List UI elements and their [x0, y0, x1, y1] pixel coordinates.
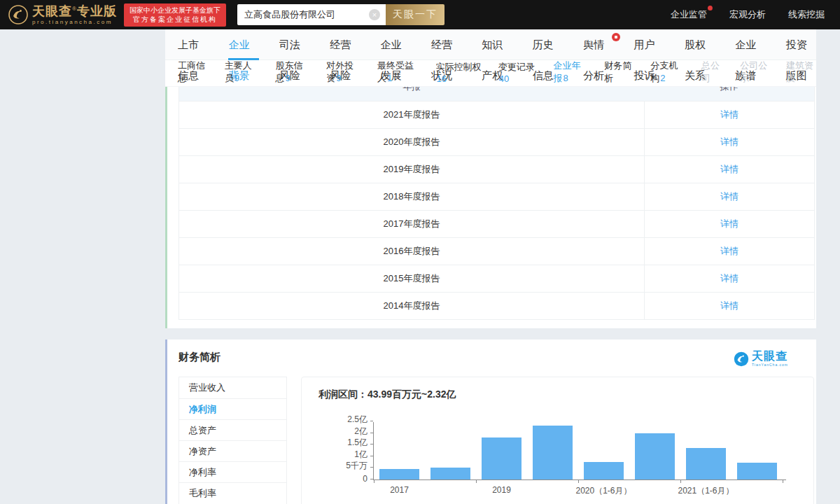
subnav-construction-qualification: 建筑资质 — [786, 55, 816, 91]
y-axis-tick — [370, 433, 373, 433]
header-nav: 企业监管 宏观分析 线索挖掘 — [671, 8, 825, 21]
menu-net-profit[interactable]: 净利润 — [179, 398, 286, 419]
chart-bar — [686, 448, 726, 479]
profit-chart-plot: 201720192020（1-6月）2021（1-6月）05千万1亿1.5亿2亿… — [373, 422, 786, 480]
chart-bar — [379, 469, 419, 479]
profit-chart-card: 利润区间：43.99百万元~2.32亿 201720192020（1-6月）20… — [301, 377, 814, 504]
table-row: 2015年度报告 详情 — [179, 265, 814, 292]
report-title: 2014年度报告 — [179, 300, 644, 312]
nav-lead-mining[interactable]: 线索挖掘 — [788, 8, 825, 21]
subnav-branches[interactable]: 分支机构2 — [650, 55, 685, 91]
menu-net-margin[interactable]: 净利率 — [179, 461, 286, 482]
notification-dot-icon — [708, 6, 713, 10]
y-axis-label: 2.5亿 — [347, 414, 368, 426]
financial-analysis-section: 财务简析 天眼查 TianYanCha.com 营业收入 净利润 总资产 净资产 — [165, 340, 816, 504]
x-axis-label: 2019 — [492, 485, 511, 495]
search-input[interactable] — [237, 4, 386, 25]
chart-bar — [635, 433, 675, 479]
subnav-annual-reports[interactable]: 企业年报8 — [554, 55, 589, 91]
subnav-company-announcements: 公司公示 — [740, 55, 770, 91]
menu-revenue[interactable]: 营业收入 — [179, 377, 286, 398]
subnav-business-info[interactable]: 工商信息 — [178, 55, 209, 91]
detail-link[interactable]: 详情 — [720, 273, 738, 284]
gov-badge-line1: 国家中小企业发展子基金旗下 — [130, 6, 220, 15]
x-axis-tick — [476, 479, 477, 483]
table-row: 2021年度报告 详情 — [179, 101, 814, 128]
annual-report-table: 年报 操作 2021年度报告 详情 2020年度报告 详情 2019年度报告 详… — [178, 87, 815, 320]
column-header-action: 操作 — [644, 87, 814, 93]
y-axis-label: 0 — [363, 474, 368, 484]
finance-metric-menu: 营业收入 净利润 总资产 净资产 净利率 毛利率 — [178, 377, 287, 504]
y-axis-label: 5千万 — [346, 460, 368, 472]
y-axis-tick — [370, 467, 373, 468]
tab-operating-status[interactable]: 经营状况 — [431, 29, 461, 60]
y-axis-tick — [370, 456, 373, 456]
menu-total-assets[interactable]: 总资产 — [179, 419, 286, 440]
x-axis-tick — [374, 479, 374, 483]
table-row: 2014年度报告 详情 — [179, 292, 814, 319]
subnav-change-records[interactable]: 变更记录40 — [498, 57, 538, 90]
section-rail-green — [165, 87, 167, 328]
detail-link[interactable]: 详情 — [720, 109, 738, 120]
y-axis-tick — [370, 421, 373, 421]
section-title: 财务简析 — [178, 351, 220, 364]
main-content: 上市信息 企业背景 司法风险 经营风险 企业发展 经营状况 知识产权 历史信息 … — [165, 29, 816, 504]
table-header-clipped: 年报 操作 — [179, 87, 814, 101]
table-row: 2017年度报告 详情 — [179, 210, 814, 237]
detail-link[interactable]: 详情 — [720, 246, 738, 256]
y-axis-tick — [370, 479, 373, 479]
detail-link[interactable]: 详情 — [720, 191, 738, 202]
gov-badge-line2: 官方备案企业征信机构 — [130, 15, 220, 24]
y-axis-label: 1亿 — [354, 449, 368, 461]
top-header: 天眼查®专业版 pro.tianyancha.com 国家中小企业发展子基金旗下… — [0, 0, 840, 29]
public-opinion-badge-icon — [612, 33, 620, 41]
section-rail-blue — [165, 340, 167, 504]
table-row: 2016年度报告 详情 — [179, 237, 814, 265]
report-title: 2016年度报告 — [179, 245, 644, 258]
chart-bar — [482, 438, 522, 479]
watermark-name: 天眼查 — [752, 351, 788, 362]
nav-enterprise-supervision[interactable]: 企业监管 — [671, 8, 707, 21]
nav-macro-analysis[interactable]: 宏观分析 — [729, 8, 766, 21]
menu-net-assets[interactable]: 净资产 — [179, 440, 286, 461]
search-bar: × 天眼一下 — [237, 4, 444, 25]
gov-certification-badge: 国家中小企业发展子基金旗下 官方备案企业征信机构 — [124, 4, 226, 27]
x-axis-tick — [783, 479, 783, 483]
subnav-actual-control[interactable]: 实际控制权16 — [435, 57, 482, 90]
report-title: 2019年度报告 — [179, 163, 644, 176]
tianyancha-watermark: 天眼查 TianYanCha.com — [734, 351, 788, 367]
brand-logo[interactable]: 天眼查®专业版 pro.tianyancha.com — [8, 5, 117, 25]
search-button[interactable]: 天眼一下 — [386, 4, 444, 25]
subnav-shareholders[interactable]: 股东信息9 — [275, 55, 310, 91]
x-axis-tick — [578, 479, 579, 483]
x-axis-label: 2020（1-6月） — [575, 485, 631, 497]
chart-title: 利润区间：43.99百万元~2.32亿 — [318, 388, 797, 401]
menu-gross-margin[interactable]: 毛利率 — [179, 482, 286, 503]
x-axis-tick — [680, 479, 681, 483]
subnav-ultimate-beneficiary[interactable]: 最终受益人1 — [377, 55, 419, 91]
report-title: 2020年度报告 — [179, 136, 644, 148]
chart-bar — [430, 468, 470, 479]
subnav-outbound-investment[interactable]: 对外投资9 — [326, 55, 361, 91]
tab-intellectual-property[interactable]: 知识产权 — [482, 29, 512, 60]
table-row: 2019年度报告 详情 — [179, 155, 814, 183]
detail-link[interactable]: 详情 — [720, 164, 738, 174]
y-axis-label: 2亿 — [354, 426, 368, 438]
subnav-head-office: 总公司 — [701, 55, 724, 91]
brand-domain: pro.tianyancha.com — [32, 20, 117, 25]
table-row: 2020年度报告 详情 — [179, 128, 814, 155]
clear-search-icon[interactable]: × — [369, 9, 380, 20]
detail-link[interactable]: 详情 — [720, 300, 738, 311]
table-row: 2018年度报告 详情 — [179, 183, 814, 210]
detail-link[interactable]: 详情 — [720, 218, 738, 229]
subnav-key-personnel[interactable]: 主要人员9 — [225, 55, 260, 91]
x-axis-label: 2017 — [390, 485, 409, 495]
tianyancha-watermark-icon — [734, 351, 749, 367]
chart-bar — [737, 463, 777, 479]
tianyancha-logo-icon — [8, 5, 28, 24]
report-title: 2018年度报告 — [179, 190, 644, 203]
chart-bar — [584, 462, 624, 479]
subnav-financial-analysis[interactable]: 财务简析 — [604, 55, 634, 91]
detail-link[interactable]: 详情 — [720, 136, 738, 147]
annual-report-section: 年报 操作 2021年度报告 详情 2020年度报告 详情 2019年度报告 详… — [165, 87, 816, 328]
